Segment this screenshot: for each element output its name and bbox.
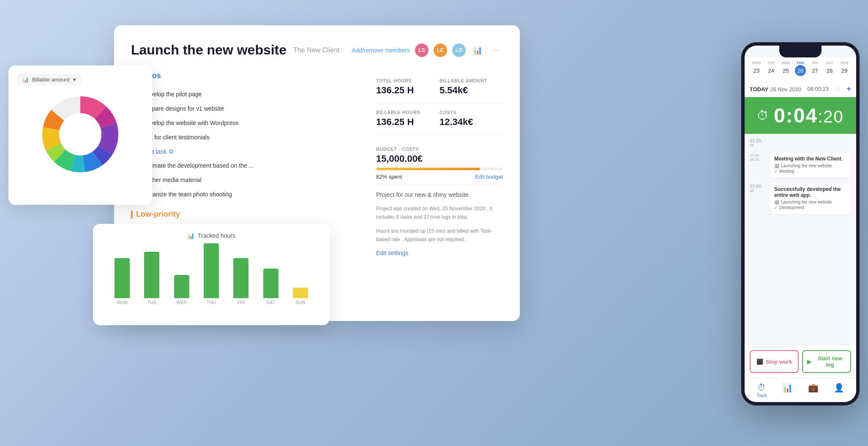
chevron-down-icon: ▾ [73, 76, 76, 83]
billable-hours-label: BILLABLE HOURS [376, 110, 433, 115]
cal-day-mon: MON 23 [750, 61, 763, 76]
nav-chart[interactable]: 📊 [782, 383, 793, 398]
header-actions: Add/remove members LS LC LO 📊 ··· [352, 44, 503, 57]
billable-amount-stat: BILLABLE AMOUNT 5.54k€ [439, 71, 503, 103]
bar-label-tue: TUE [147, 300, 156, 305]
bar-mon [115, 258, 130, 298]
check-icon: ✓ [774, 205, 778, 210]
event-project-tag: 🏢 Launching the new website [774, 163, 847, 168]
bar-chart-header: 📊 Tracked hours [103, 232, 319, 239]
phone-today-bar: TODAY 26 Nov 2020 08:00:23 ☆ + [745, 81, 856, 97]
building-icon: 🏢 [774, 163, 779, 168]
billable-hours-value: 136.25 H [376, 117, 433, 128]
person-icon: 👤 [834, 383, 844, 393]
timer-icon: ⏱ [757, 109, 769, 122]
stop-icon: ⬛ [756, 359, 763, 365]
today-clock: 08:00:23 [807, 86, 829, 92]
bar-tue [144, 252, 159, 298]
stats-column: TOTAL HOURS 136.25 H BILLABLE AMOUNT 5.5… [376, 71, 503, 257]
phone-calendar: MON 23 TUE 24 WED 25 THU 26 FRI 27 [745, 57, 856, 81]
time-label-meeting: 07:00 - 08:00 [750, 152, 767, 178]
more-icon[interactable]: ··· [489, 44, 503, 57]
subtask-label: Estimate the development based on the ..… [143, 162, 254, 169]
timer-bar: ⏱ 0:04:20 [745, 97, 856, 134]
stats-grid: TOTAL HOURS 136.25 H BILLABLE AMOUNT 5.5… [376, 71, 503, 135]
avatar-ls[interactable]: LS [415, 44, 429, 57]
today-label: TODAY [750, 86, 768, 92]
event-title-meeting: Meeting with the New Client. [774, 156, 847, 162]
cal-day-thu[interactable]: THU 26 [794, 61, 807, 76]
phone-screen: MON 23 TUE 24 WED 25 THU 26 FRI 27 [745, 46, 856, 402]
subtask-item: ✓ Gather media material [131, 173, 359, 187]
nav-track[interactable]: ⏱ Track [756, 383, 767, 398]
donut-chart [38, 92, 123, 177]
event-card-meeting[interactable]: Meeting with the New Client. 🏢 Launching… [770, 152, 851, 178]
bar-chart-icon: 📊 [187, 232, 194, 239]
avatar-lc[interactable]: LC [434, 44, 447, 57]
event-row-meeting[interactable]: 07:00 - 08:00 Meeting with the New Clien… [750, 152, 851, 178]
costs-value: 12.34k€ [439, 117, 496, 128]
bar-group-mon: MON [115, 258, 130, 305]
todo-item-label: Prepare designs for v1 website [143, 105, 224, 112]
billable-amount-selector[interactable]: 📊 Billable amount ▾ [17, 74, 81, 85]
stop-work-label: Stop work [766, 359, 792, 365]
costs-stat: COSTS 12.34k€ [439, 103, 503, 135]
budget-progress-fill [376, 168, 480, 170]
bar-chart-area: MON TUE WED THU FRI SAT SUN [103, 246, 319, 305]
add-members-link[interactable]: Add/remove members [352, 47, 410, 54]
start-new-log-button[interactable]: ▶ Start new log [802, 350, 851, 373]
nav-briefcase[interactable]: 💼 [808, 383, 819, 398]
phone-nav: ⏱ Track 📊 💼 👤 [745, 378, 856, 402]
today-info: TODAY 26 Nov 2020 [750, 85, 801, 93]
stop-work-button[interactable]: ⬛ Stop work [750, 350, 799, 373]
time-label-dev: 07:00 00 [750, 183, 767, 214]
bar-group-thu: THU [204, 243, 219, 305]
todo-item: ✓ Develop the pilot page [131, 87, 359, 101]
bar-label-sun: SUN [295, 300, 305, 305]
bar-group-sat: SAT [263, 269, 278, 305]
billable-amount-value: 5.54k€ [439, 85, 496, 96]
billing-info: Hours are rounded up (15 min) and billed… [376, 227, 503, 244]
play-icon: ▶ [807, 359, 811, 365]
total-hours-stat: TOTAL HOURS 136.25 H [376, 71, 439, 103]
event-project-tag-dev: 🏢 Launching the new website [774, 200, 847, 204]
budget-footer: 82% spent Edit budget [376, 174, 503, 180]
event-card-dev[interactable]: Successfully developed the entire web ap… [770, 183, 851, 214]
empty-slot-1 [770, 137, 851, 147]
panel-header: Launch the new website The New Client Ad… [131, 42, 503, 58]
time-label-1: 01:00 00 [750, 137, 767, 147]
bar-label-fri: FRI [237, 300, 245, 305]
nav-person[interactable]: 👤 [834, 383, 844, 398]
bar-group-fri: FRI [233, 258, 248, 305]
edit-budget-link[interactable]: Edit budget [475, 174, 503, 180]
svg-point-11 [59, 113, 101, 155]
event-title-dev: Successfully developed the entire web ap… [774, 186, 847, 198]
bar-card: 📊 Tracked hours MON TUE WED THU FRI SAT [93, 224, 330, 325]
plus-icon[interactable]: + [846, 84, 851, 93]
chart-nav-icon: 📊 [782, 383, 793, 393]
briefcase-icon: 💼 [808, 383, 819, 393]
cal-day-sun: SUN 29 [838, 61, 851, 76]
todos-section-title: To-dos [131, 71, 359, 80]
event-row-dev[interactable]: 07:00 00 Successfully developed the enti… [750, 183, 851, 214]
chart-icon[interactable]: 📊 [471, 44, 484, 57]
bar-label-wed: WED [176, 300, 187, 305]
edit-settings-link[interactable]: Edit settings [376, 250, 408, 256]
phone-notch [779, 46, 822, 57]
avatar-lo[interactable]: LO [452, 44, 466, 57]
timer-display: 0:04:20 [774, 104, 844, 127]
todo-item: ✓ Prepare designs for v1 website [131, 101, 359, 116]
budget-spent-text: 82% spent [376, 174, 402, 180]
billable-amount-label: BILLABLE AMOUNT [439, 78, 496, 83]
project-client: The New Client [293, 46, 339, 54]
cal-day-tue: TUE 24 [764, 61, 778, 76]
event-type-tag-dev: ✓ Development [774, 205, 847, 210]
bar-chart-title: Tracked hours [198, 232, 235, 239]
donut-header: 📊 Billable amount ▾ [17, 74, 144, 85]
bar-label-sat: SAT [266, 300, 275, 305]
bar-group-wed: WED [174, 275, 189, 305]
budget-value: 15,000.00€ [376, 153, 503, 164]
bar-label-mon: MON [117, 300, 128, 305]
low-priority-section-title: Low-priority [131, 210, 359, 219]
start-new-log-label: Start new log [814, 355, 846, 368]
